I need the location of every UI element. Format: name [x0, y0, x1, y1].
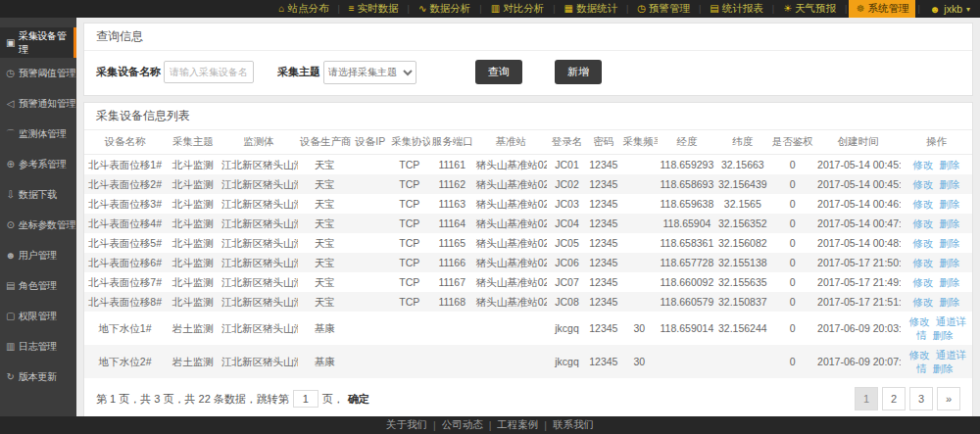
cell: 32.150837: [715, 292, 769, 312]
page-3-button[interactable]: 3: [909, 387, 933, 410]
realtime-data-icon: ≡: [349, 0, 355, 18]
topnav-item-label: 实时数据: [358, 2, 399, 16]
user-icon: ☻: [930, 4, 941, 15]
topnav-item-7[interactable]: ▤统计报表: [703, 0, 769, 18]
edit-link[interactable]: 修改: [909, 315, 930, 327]
page-2-button[interactable]: 2: [882, 387, 906, 410]
confirm-jump-button[interactable]: 确定: [348, 392, 369, 407]
sidebar-item-3[interactable]: ◁预警通知管理: [0, 88, 76, 119]
collect-topic-select[interactable]: 请选择采集主题: [323, 61, 416, 84]
sidebar-item-1[interactable]: ▣采集设备管理: [0, 27, 76, 58]
column-header: 采集频率: [620, 130, 658, 155]
sidebar-item-5[interactable]: ⊕参考系管理: [0, 149, 76, 179]
cell: [620, 272, 658, 292]
page-1-button[interactable]: 1: [855, 387, 878, 410]
cell: 0: [769, 174, 815, 194]
cell: 12345: [586, 292, 620, 312]
footer-link-1[interactable]: 关于我们: [386, 418, 427, 432]
cell: TCP: [389, 292, 430, 312]
sidebar-item-6[interactable]: ⇩数据下载: [0, 179, 76, 210]
coordinate-params-icon: ⊙: [5, 219, 16, 230]
topnav-item-9[interactable]: ☸系统管理: [849, 0, 915, 18]
edit-link[interactable]: 修改: [912, 159, 933, 170]
cell: [620, 214, 658, 233]
topnav-item-4[interactable]: ▥对比分析: [484, 0, 551, 18]
delete-link[interactable]: 删除: [939, 257, 959, 268]
topnav-item-3[interactable]: ∿数据分析: [412, 0, 477, 18]
topnav-item-label: 对比分析: [503, 2, 544, 16]
next-page-button[interactable]: »: [937, 387, 960, 410]
topnav-item-label: 预警管理: [649, 2, 690, 16]
edit-link[interactable]: 修改: [912, 237, 933, 249]
cell: [352, 155, 389, 175]
device-name-input[interactable]: [164, 61, 254, 83]
sidebar-item-9[interactable]: ▤角色管理: [0, 270, 76, 301]
delete-link[interactable]: 删除: [939, 217, 959, 229]
topnav-item-8[interactable]: ☀天气预报: [776, 0, 843, 18]
main-content: 查询信息 采集设备名称 采集主题 请选择采集主题 查询 新增 采集设备信息列表 …: [76, 18, 980, 416]
footer-divider: |: [433, 419, 436, 431]
edit-link[interactable]: 修改: [912, 178, 933, 190]
cell: 2017-05-14 00:47:42: [815, 214, 901, 233]
delete-link[interactable]: 删除: [939, 276, 959, 288]
topnav-item-1[interactable]: ⌂站点分布: [271, 0, 335, 18]
nav-divider: |: [553, 4, 555, 14]
footer-link-4[interactable]: 联系我们: [553, 418, 594, 432]
edit-link[interactable]: 修改: [912, 296, 933, 308]
sidebar-item-7[interactable]: ⊙坐标参数管理: [0, 210, 76, 240]
topnav-item-5[interactable]: ▦数据统计: [557, 0, 623, 18]
sidebar-item-label: 参考系管理: [19, 158, 67, 171]
cell: 北斗监测: [166, 233, 220, 253]
edit-link[interactable]: 修改: [912, 198, 933, 210]
cell: 11164: [430, 214, 474, 233]
cell: TCP: [389, 155, 430, 175]
column-header: 设备IP: [352, 130, 389, 155]
sidebar-item-4[interactable]: ⌒监测体管理: [0, 119, 76, 149]
delete-link[interactable]: 删除: [939, 198, 959, 210]
cell: [474, 312, 548, 345]
delete-link[interactable]: 删除: [939, 178, 959, 190]
footer-link-3[interactable]: 工程案例: [497, 418, 538, 432]
delete-link[interactable]: 删除: [933, 362, 954, 374]
search-button[interactable]: 查询: [475, 60, 522, 84]
delete-link[interactable]: 删除: [939, 296, 959, 308]
edit-link[interactable]: 修改: [909, 349, 930, 361]
footer-link-2[interactable]: 公司动态: [442, 418, 483, 432]
edit-link[interactable]: 修改: [912, 257, 933, 268]
column-header: 采集主题: [166, 130, 220, 155]
cell: [620, 155, 658, 175]
jump-page-input[interactable]: [293, 390, 318, 408]
delete-link[interactable]: 删除: [933, 329, 954, 341]
sidebar-item-label: 角色管理: [19, 279, 57, 293]
cell: 0: [769, 214, 815, 233]
actions-cell: 修改通道详情删除: [901, 312, 972, 345]
delete-link[interactable]: 删除: [939, 237, 959, 249]
column-header: 监测体: [220, 130, 298, 155]
topnav-item-2[interactable]: ≡实时数据: [342, 0, 406, 18]
sidebar-item-2[interactable]: ◷预警阈值管理: [0, 58, 76, 88]
cell: [620, 174, 658, 194]
cell: 30: [620, 345, 658, 378]
sidebar-item-10[interactable]: ▢权限管理: [0, 301, 76, 331]
sidebar-item-8[interactable]: ☻用户管理: [0, 240, 76, 270]
add-button[interactable]: 新增: [555, 60, 602, 84]
delete-link[interactable]: 删除: [939, 159, 959, 170]
cell: 118.658693: [658, 174, 715, 194]
sidebar-item-12[interactable]: ↻版本更新: [0, 362, 76, 392]
report-icon: ▤: [710, 0, 718, 18]
topnav-item-6[interactable]: ◷预警管理: [630, 0, 697, 18]
cell: [620, 292, 658, 312]
cell: JC06: [547, 253, 586, 272]
collect-topic-label: 采集主题: [277, 65, 320, 79]
cell: 江北新区猪头山滑...: [220, 292, 298, 312]
edit-link[interactable]: 修改: [912, 276, 933, 288]
cell: 2017-05-14 00:46:10: [815, 194, 901, 214]
edit-link[interactable]: 修改: [912, 217, 933, 229]
cell: 天宝: [298, 174, 352, 194]
sidebar-item-11[interactable]: ▥日志管理: [0, 331, 76, 362]
pagination-info: 第 1 页，共 3 页，共 22 条数据，跳转第 页， 确定: [96, 390, 369, 408]
cell: 北斗表面位移5#: [84, 233, 166, 253]
user-menu[interactable]: ☻ jxkb ▾: [922, 0, 980, 18]
data-statistics-icon: ▦: [564, 0, 572, 18]
cell: 北斗监测: [166, 155, 220, 175]
